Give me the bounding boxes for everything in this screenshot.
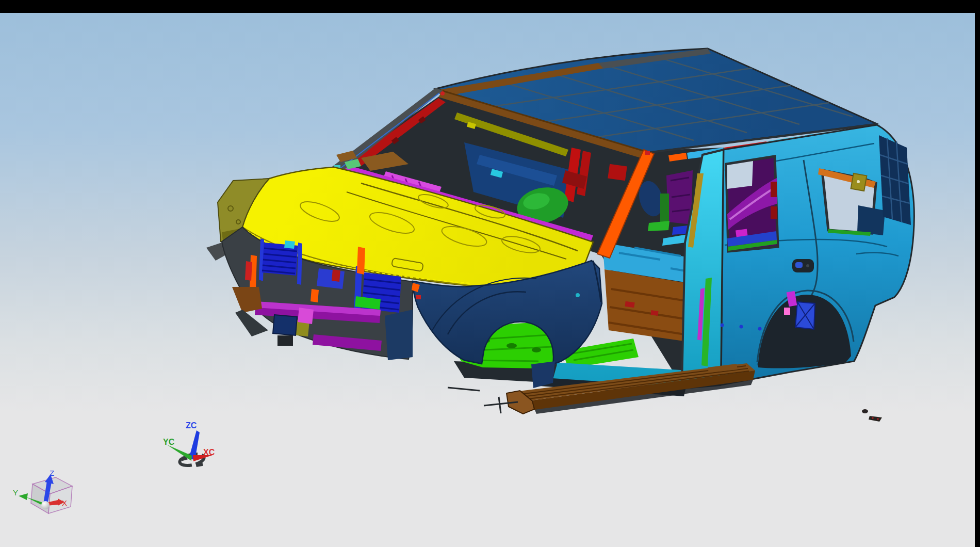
- interior-green-strip: [660, 194, 669, 224]
- plug-dot: [721, 324, 724, 327]
- debris-red-dot: [877, 418, 879, 420]
- view-triad[interactable]: Z Y X: [13, 469, 72, 513]
- wcs-zc-label: ZC: [186, 421, 197, 430]
- triad-z-label: Z: [50, 469, 54, 477]
- dark-box: [277, 335, 293, 346]
- tag-hole: [857, 180, 860, 183]
- viewport-canvas[interactable]: ZC YC XC Z Y X: [0, 13, 975, 547]
- orange-bar: [357, 247, 365, 275]
- plug-dot: [758, 327, 762, 331]
- triad-y-label: Y: [13, 488, 18, 497]
- arch-pink-chip: [784, 308, 790, 315]
- plug-dot: [740, 325, 743, 329]
- wcs-xc-label: XC: [203, 448, 215, 457]
- triad-origin-sphere[interactable]: [41, 501, 50, 509]
- pillar-red-chip: [645, 151, 650, 155]
- debris-red-dot: [872, 417, 874, 419]
- sill-hole: [507, 343, 517, 348]
- dark-red-chip: [771, 206, 777, 219]
- fender-red-chip: [416, 295, 421, 299]
- window-see-through: [727, 161, 753, 189]
- rear-door-window[interactable]: [726, 156, 778, 251]
- window-right-bar: [975, 0, 980, 547]
- sill-hole: [532, 347, 541, 352]
- car-model[interactable]: [206, 49, 914, 422]
- triad-x-label: X: [62, 498, 67, 507]
- navy-wedge: [385, 310, 413, 360]
- application-window: ZC YC XC Z Y X: [0, 0, 980, 547]
- fender-teal-dot: [576, 293, 580, 297]
- interior-red-box: [608, 164, 627, 181]
- wcs-yc-axis[interactable]: [167, 445, 192, 461]
- red-chip: [332, 269, 340, 282]
- navy-box: [273, 315, 297, 335]
- cyan-chip: [284, 240, 295, 249]
- triad-y-arrowhead: [19, 493, 28, 500]
- pink-chip: [298, 308, 314, 324]
- d-pillar-inner[interactable]: [879, 135, 911, 225]
- debris-bar: [869, 416, 882, 422]
- dark-red-chip: [771, 182, 777, 197]
- debris-blob: [862, 409, 868, 413]
- window-top-bar: [0, 0, 980, 13]
- wcs-triad[interactable]: ZC YC XC: [163, 421, 215, 468]
- door-handle-recess: [792, 259, 814, 272]
- quarter-navy-box: [857, 205, 885, 235]
- orange-chip: [311, 289, 319, 302]
- blue-patch: [317, 268, 345, 289]
- debris-parts[interactable]: [862, 409, 882, 422]
- wcs-yc-label: YC: [163, 438, 175, 446]
- wheel-liner-brown: [232, 287, 262, 313]
- red-chip: [245, 261, 252, 281]
